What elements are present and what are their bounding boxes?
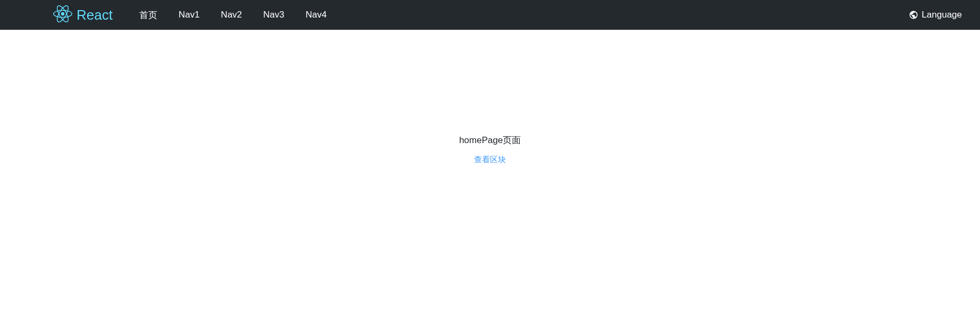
nav-items: 首页 Nav1 Nav2 Nav3 Nav4 (129, 0, 337, 30)
brand-text: React (77, 7, 113, 23)
react-logo-icon (53, 5, 72, 24)
language-selector[interactable]: Language (909, 10, 971, 20)
nav-item-nav1[interactable]: Nav1 (168, 0, 210, 30)
globe-icon (909, 10, 918, 20)
brand[interactable]: React (53, 5, 113, 24)
nav-item-nav4[interactable]: Nav4 (295, 0, 337, 30)
page-title: homePage页面 (459, 134, 521, 146)
nav-item-nav3[interactable]: Nav3 (252, 0, 295, 30)
svg-point-0 (61, 12, 64, 15)
navbar: React 首页 Nav1 Nav2 Nav3 Nav4 Language (0, 0, 980, 30)
nav-item-nav2[interactable]: Nav2 (210, 0, 253, 30)
nav-item-home[interactable]: 首页 (129, 0, 168, 30)
view-block-link[interactable]: 查看区块 (474, 155, 506, 165)
language-label: Language (922, 10, 962, 20)
main-content: homePage页面 查看区块 (0, 30, 980, 165)
